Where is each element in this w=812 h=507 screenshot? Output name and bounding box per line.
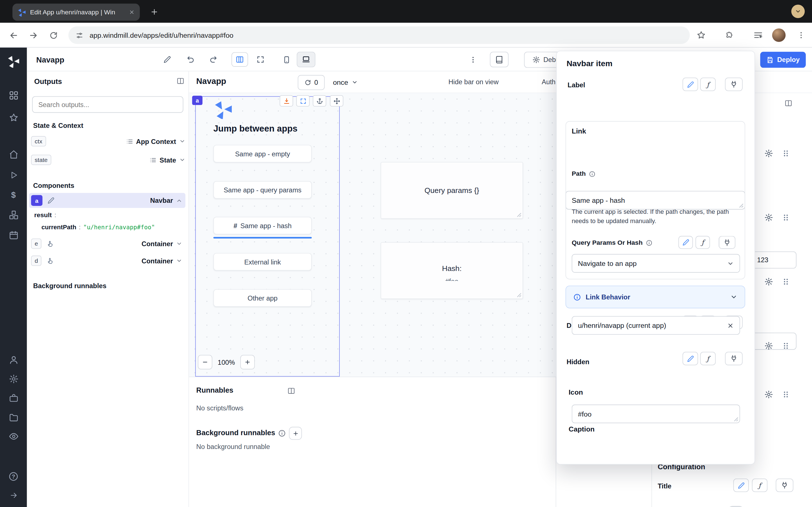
gear-icon[interactable] bbox=[764, 149, 773, 158]
zoom-in-button[interactable] bbox=[240, 355, 255, 369]
schedules-calendar-icon[interactable] bbox=[8, 229, 19, 240]
desktop-view-button[interactable] bbox=[297, 52, 315, 67]
settings-gear-icon[interactable] bbox=[8, 373, 19, 384]
chevron-down-icon[interactable] bbox=[179, 138, 186, 144]
component-row-navbar[interactable]: a Navbar bbox=[29, 193, 186, 208]
fx-button[interactable]: ƒ bbox=[700, 78, 716, 91]
path-field-input[interactable]: u/henri/navapp (current app) bbox=[572, 316, 740, 335]
edit-pencil-button[interactable] bbox=[682, 78, 698, 91]
drag-grip-icon[interactable] bbox=[782, 277, 790, 286]
gear-icon[interactable] bbox=[764, 213, 773, 222]
audit-eye-icon[interactable] bbox=[8, 431, 19, 442]
zoom-out-button[interactable] bbox=[198, 355, 212, 369]
rename-pencil-icon[interactable] bbox=[163, 55, 172, 64]
forward-button[interactable] bbox=[27, 29, 40, 41]
component-settings-row[interactable] bbox=[764, 213, 790, 222]
runnables-panel-icon[interactable] bbox=[286, 386, 296, 395]
runs-play-icon[interactable] bbox=[8, 169, 19, 180]
mobile-view-icon[interactable] bbox=[280, 53, 293, 66]
collapse-arrow-icon[interactable] bbox=[8, 490, 19, 501]
query-params-card[interactable]: Query params {} bbox=[380, 162, 523, 219]
move-handle-button[interactable] bbox=[330, 95, 343, 107]
output-row-state[interactable]: state State bbox=[29, 153, 186, 167]
settings-panel-icon[interactable] bbox=[783, 98, 794, 108]
url-bar[interactable]: app.windmill.dev/apps/edit/u/henri/navap… bbox=[68, 26, 690, 44]
fx-button[interactable]: ƒ bbox=[700, 352, 716, 365]
drag-grip-icon[interactable] bbox=[782, 341, 790, 350]
apps-grid-icon[interactable] bbox=[8, 90, 19, 101]
home-icon[interactable] bbox=[8, 149, 19, 160]
nav-item-query-params[interactable]: Same app - query params bbox=[213, 181, 312, 199]
extensions-icon[interactable] bbox=[723, 29, 735, 41]
link-behavior-collapsible[interactable]: Link Behavior bbox=[566, 286, 745, 308]
favorites-star-icon[interactable] bbox=[8, 112, 19, 123]
media-queue-icon[interactable] bbox=[752, 29, 764, 41]
query-params-input[interactable]: #foo bbox=[572, 404, 740, 423]
chevron-down-icon[interactable] bbox=[179, 157, 186, 163]
expand-down-button[interactable] bbox=[280, 95, 293, 107]
fx-button[interactable]: ƒ bbox=[696, 236, 710, 249]
component-settings-row[interactable] bbox=[764, 149, 790, 158]
fullscreen-icon[interactable] bbox=[255, 54, 266, 65]
nav-item-empty[interactable]: Same app - empty bbox=[213, 145, 312, 162]
nav-item-external-link[interactable]: External link bbox=[213, 253, 312, 270]
users-icon[interactable] bbox=[8, 354, 19, 365]
drag-grip-icon[interactable] bbox=[782, 213, 790, 222]
plug-button[interactable] bbox=[719, 236, 735, 249]
undo-icon[interactable] bbox=[186, 54, 196, 65]
anchor-button[interactable] bbox=[313, 95, 326, 107]
workers-briefcase-icon[interactable] bbox=[8, 392, 19, 403]
tune-icon[interactable] bbox=[75, 31, 84, 39]
chevron-up-icon[interactable] bbox=[176, 198, 182, 204]
resize-handle-icon[interactable] bbox=[517, 213, 522, 217]
component-settings-row[interactable] bbox=[764, 277, 790, 286]
expand-component-button[interactable] bbox=[296, 95, 310, 107]
edit-pencil-button[interactable] bbox=[678, 236, 693, 249]
fx-button[interactable]: ƒ bbox=[752, 478, 767, 492]
settings-number-input[interactable]: 123 bbox=[751, 251, 797, 269]
edit-pencil-button[interactable] bbox=[733, 478, 749, 492]
docs-book-button[interactable] bbox=[490, 52, 509, 67]
redo-icon[interactable] bbox=[208, 54, 218, 65]
result-key-row[interactable]: result : bbox=[34, 211, 56, 219]
reload-button[interactable] bbox=[47, 29, 59, 41]
back-button[interactable] bbox=[7, 29, 20, 41]
avatar[interactable] bbox=[772, 29, 786, 42]
browser-tab[interactable]: Edit App u/henri/navapp | Win bbox=[12, 4, 140, 21]
component-row-container-d[interactable]: d Container bbox=[29, 253, 186, 268]
tab-search-button[interactable] bbox=[792, 5, 805, 18]
deploy-button[interactable]: Deploy bbox=[760, 52, 806, 68]
search-outputs-input[interactable] bbox=[32, 96, 183, 113]
bookmark-star-icon[interactable] bbox=[695, 29, 707, 41]
drag-grip-icon[interactable] bbox=[782, 149, 790, 158]
browser-menu-icon[interactable] bbox=[795, 29, 807, 41]
gear-icon[interactable] bbox=[764, 341, 773, 350]
resources-modules-icon[interactable] bbox=[8, 209, 19, 220]
nav-item-hash[interactable]: # Same app - hash bbox=[213, 217, 312, 234]
tab-close-icon[interactable] bbox=[129, 9, 135, 15]
layout-columns-button[interactable] bbox=[232, 52, 248, 67]
chevron-down-icon[interactable] bbox=[176, 240, 182, 247]
help-icon[interactable]: ? bbox=[8, 471, 19, 482]
gear-icon[interactable] bbox=[764, 390, 773, 399]
gear-icon[interactable] bbox=[764, 277, 773, 286]
clear-x-icon[interactable] bbox=[727, 322, 734, 329]
windmill-logo[interactable] bbox=[7, 55, 20, 68]
schedule-dropdown[interactable]: once bbox=[333, 77, 358, 88]
edit-pencil-button[interactable] bbox=[682, 352, 698, 365]
add-background-runnable-button[interactable] bbox=[289, 427, 302, 440]
component-row-container-e[interactable]: e Container bbox=[29, 236, 186, 251]
chevron-down-icon[interactable] bbox=[176, 258, 182, 264]
component-settings-row[interactable] bbox=[764, 390, 790, 399]
plug-button[interactable] bbox=[725, 352, 742, 365]
resize-handle-icon[interactable] bbox=[517, 293, 522, 298]
plug-button[interactable] bbox=[725, 78, 742, 91]
hash-card[interactable]: Hash: #foo bbox=[380, 242, 523, 299]
toolbar-menu-icon[interactable] bbox=[468, 54, 478, 65]
new-tab-button[interactable] bbox=[149, 7, 160, 17]
folders-icon[interactable] bbox=[8, 411, 19, 422]
resize-handle-icon[interactable] bbox=[734, 417, 739, 421]
outputs-panel-icon[interactable] bbox=[175, 76, 186, 86]
edit-pencil-icon[interactable] bbox=[48, 197, 54, 204]
component-settings-row[interactable] bbox=[764, 341, 790, 350]
